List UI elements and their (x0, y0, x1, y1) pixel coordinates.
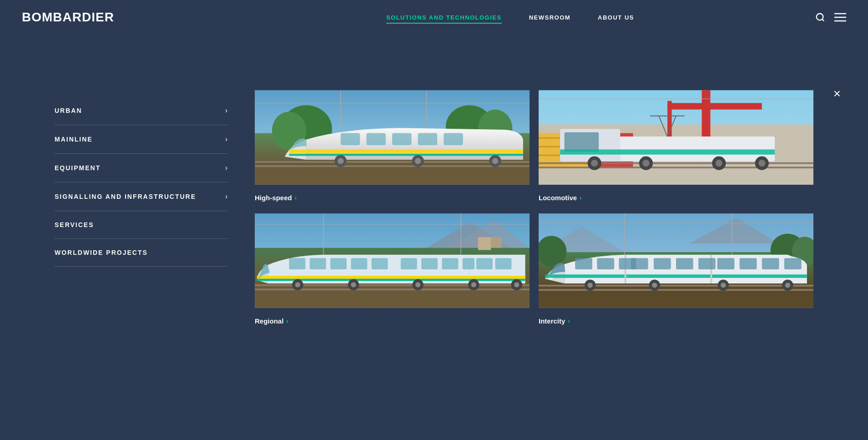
card-image-regional (255, 211, 530, 311)
svg-rect-111 (631, 258, 648, 269)
svg-rect-74 (351, 258, 367, 269)
svg-rect-114 (698, 258, 716, 269)
svg-rect-81 (495, 258, 512, 269)
menu-item-urban[interactable]: URBAN › (55, 96, 227, 125)
svg-point-52 (591, 160, 598, 167)
arrow-icon-regional: › (286, 318, 288, 324)
card-label-text-regional: Regional (255, 317, 283, 325)
svg-point-122 (652, 283, 657, 288)
svg-rect-12 (255, 165, 530, 167)
svg-point-120 (588, 283, 593, 288)
train-image-highspeed (255, 87, 530, 187)
svg-point-0 (817, 14, 823, 20)
svg-rect-13 (289, 149, 523, 153)
svg-point-56 (716, 160, 722, 167)
menu-item-equipment[interactable]: EQUIPMENT › (55, 154, 227, 182)
arrow-icon-highspeed: › (295, 194, 297, 201)
svg-rect-15 (341, 133, 360, 145)
svg-point-91 (514, 282, 519, 287)
nav-item-newsroom[interactable]: NEWSROOM (529, 14, 570, 21)
svg-rect-73 (330, 258, 347, 269)
menu-item-worldwide-label: WORLDWIDE PROJECTS (55, 249, 148, 256)
svg-rect-11 (255, 161, 530, 163)
arrow-icon-locomotive: › (580, 194, 581, 201)
svg-rect-45 (565, 132, 599, 152)
menu-item-equipment-label: EQUIPMENT (55, 164, 101, 172)
menu-item-signalling[interactable]: SIGNALLING AND INFRASTRUCTURE › (55, 182, 227, 211)
header-icons (815, 12, 846, 22)
card-label-text-locomotive: Locomotive (539, 194, 577, 202)
card-image-intercity (539, 211, 813, 311)
svg-rect-75 (372, 258, 388, 269)
train-image-intercity (539, 211, 813, 311)
card-regional[interactable]: Regional › (255, 211, 530, 325)
svg-rect-103 (539, 289, 813, 291)
nav-item-solutions[interactable]: SOLUTIONS AND TECHNOLOGIES (386, 14, 502, 21)
svg-rect-76 (401, 258, 417, 269)
logo[interactable]: BOMBARDIER (22, 10, 114, 25)
svg-rect-18 (418, 133, 437, 145)
svg-rect-63 (478, 237, 491, 250)
svg-rect-79 (463, 258, 474, 269)
svg-point-58 (758, 160, 765, 167)
card-highspeed[interactable]: High-speed › (255, 87, 530, 202)
search-button[interactable] (815, 12, 825, 22)
card-label-highspeed: High-speed › (255, 194, 530, 202)
svg-point-124 (721, 283, 726, 288)
svg-rect-80 (476, 258, 493, 269)
card-image-highspeed (255, 87, 530, 187)
menu-item-services[interactable]: SERVICES (55, 211, 227, 239)
cards-grid: High-speed › (255, 87, 813, 325)
svg-rect-105 (545, 274, 807, 278)
close-button[interactable]: × (833, 87, 841, 100)
svg-rect-32 (667, 103, 762, 110)
card-label-text-highspeed: High-speed (255, 194, 292, 202)
menu-item-mainline-label: MAINLINE (55, 136, 93, 143)
menu-item-urban-label: URBAN (55, 107, 82, 114)
chevron-right-icon: › (225, 164, 227, 172)
svg-rect-41 (539, 162, 813, 164)
svg-rect-77 (421, 258, 438, 269)
chevron-right-icon: › (225, 192, 227, 201)
svg-rect-71 (289, 258, 306, 269)
menu-item-mainline[interactable]: MAINLINE › (55, 125, 227, 154)
card-image-locomotive (539, 87, 813, 187)
svg-rect-69 (257, 276, 525, 279)
solutions-dropdown: × URBAN › MAINLINE › EQUIPMENT › SIGNALL… (0, 69, 868, 361)
svg-rect-112 (654, 258, 671, 269)
header: BOMBARDIER SOLUTIONS AND TECHNOLOGIES NE… (0, 0, 868, 35)
svg-rect-116 (740, 258, 757, 269)
svg-rect-16 (366, 133, 385, 145)
left-menu: URBAN › MAINLINE › EQUIPMENT › SIGNALLIN… (55, 87, 227, 325)
nav-item-about[interactable]: ABOUT US (598, 14, 634, 21)
svg-point-126 (785, 283, 790, 288)
svg-rect-19 (444, 133, 463, 145)
svg-rect-64 (491, 237, 502, 248)
svg-rect-42 (539, 167, 813, 168)
card-label-regional: Regional › (255, 317, 530, 325)
svg-rect-78 (442, 258, 458, 269)
train-image-regional (255, 211, 530, 311)
logo-text: BOMBARDIER (22, 10, 114, 24)
svg-rect-115 (717, 258, 735, 269)
search-icon (815, 12, 825, 22)
svg-rect-46 (560, 149, 775, 154)
train-image-locomotive (539, 87, 813, 187)
svg-point-21 (338, 158, 343, 164)
svg-rect-14 (289, 154, 523, 156)
card-label-intercity: Intercity › (539, 317, 813, 325)
svg-line-1 (822, 19, 824, 21)
svg-point-25 (492, 158, 498, 164)
chevron-right-icon: › (225, 135, 227, 143)
svg-rect-102 (539, 285, 813, 287)
svg-rect-117 (762, 258, 779, 269)
svg-rect-31 (702, 90, 711, 142)
hamburger-button[interactable] (834, 12, 846, 22)
menu-item-services-label: SERVICES (55, 221, 94, 228)
card-intercity[interactable]: Intercity › (539, 211, 813, 325)
chevron-right-icon: › (225, 106, 227, 115)
menu-item-worldwide[interactable]: WORLDWIDE PROJECTS (55, 239, 227, 267)
svg-rect-113 (676, 258, 693, 269)
arrow-icon-intercity: › (568, 318, 570, 324)
card-locomotive[interactable]: Locomotive › (539, 87, 813, 202)
